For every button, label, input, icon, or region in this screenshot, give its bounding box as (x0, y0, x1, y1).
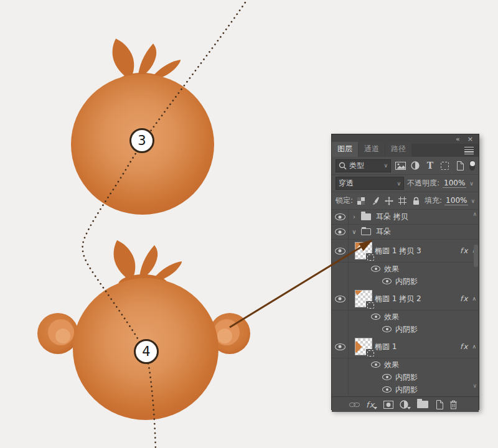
layers-panel: « × 图层 通道 路径 类型 ∨ (331, 134, 479, 410)
lock-all-icon[interactable] (411, 195, 422, 207)
visibility-toggle[interactable] (332, 240, 349, 262)
tab-channels[interactable]: 通道 (359, 142, 385, 157)
eye-icon (335, 296, 345, 302)
layer-label: 椭圆 1 拷贝 2 (375, 294, 421, 304)
effects-row[interactable]: 效果 (332, 358, 479, 371)
panel-bottom-bar: fx (332, 396, 479, 412)
effects-row[interactable]: 效果 (332, 310, 479, 323)
link-layers-icon[interactable] (349, 399, 360, 410)
layer-thumbnail[interactable] (355, 242, 372, 259)
layer-row-ellipse-copy2[interactable]: 椭圆 1 拷贝 2 fx ∧ (332, 287, 479, 310)
close-panel-icon[interactable]: × (467, 136, 473, 142)
chevron-down-icon[interactable]: ∨ (350, 228, 359, 235)
layer-thumbnail[interactable] (355, 290, 372, 307)
filter-type-dropdown[interactable]: 类型 ∨ (336, 159, 391, 172)
effects-row[interactable]: 效果 (332, 263, 479, 275)
effects-label: 效果 (384, 264, 399, 274)
eye-icon[interactable] (382, 326, 392, 332)
scroll-up-icon[interactable]: ∧ (472, 212, 477, 217)
panel-menu-icon[interactable] (464, 147, 474, 154)
lock-transparency-icon[interactable] (355, 195, 367, 207)
collapse-panel-icon[interactable]: « (456, 136, 460, 142)
eye-icon[interactable] (371, 362, 380, 368)
eye-icon[interactable] (382, 374, 392, 380)
effect-label: 内阴影 (395, 385, 418, 395)
filter-smart-object-icon[interactable] (454, 160, 466, 172)
lock-label: 锁定: (336, 195, 353, 206)
eye-icon[interactable] (382, 278, 392, 284)
adjustment-layer-icon[interactable] (400, 399, 411, 410)
visibility-toggle[interactable] (332, 225, 349, 239)
effect-label: 内阴影 (395, 276, 418, 287)
inner-shadow-row[interactable]: 内阴影 (332, 323, 479, 335)
layer-thumbnail[interactable] (355, 338, 372, 355)
effect-label: 内阴影 (395, 324, 418, 335)
eye-icon (335, 228, 345, 235)
fx-badge[interactable]: fx (460, 294, 468, 303)
filter-row: 类型 ∨ T (332, 157, 479, 175)
layer-group-row-ears[interactable]: ∨ 耳朵 (332, 225, 479, 240)
lock-artboard-icon[interactable] (397, 195, 408, 207)
chevron-down-icon: ∨ (384, 162, 388, 169)
chevron-right-icon[interactable]: › (350, 213, 359, 220)
tab-paths[interactable]: 路径 (385, 142, 411, 157)
fx-badge[interactable]: fx (460, 342, 468, 351)
tab-layers[interactable]: 图层 (332, 142, 358, 157)
inner-shadow-row[interactable]: 内阴影 (332, 371, 479, 383)
blend-mode-dropdown[interactable]: 穿透 ∨ (336, 177, 404, 190)
vector-mask-badge-icon (366, 349, 375, 358)
blend-mode-value: 穿透 (339, 178, 354, 189)
eye-icon[interactable] (371, 314, 380, 320)
panel-tabbar: 图层 通道 路径 (332, 144, 479, 157)
inner-shadow-row[interactable]: 内阴影 (332, 383, 479, 396)
chevron-down-icon[interactable]: ∨ (471, 198, 475, 204)
visibility-toggle[interactable] (332, 287, 349, 310)
lock-pixels-brush-icon[interactable] (369, 195, 380, 207)
layer-group-label: 耳朵 拷贝 (376, 212, 408, 222)
fill-value[interactable]: 100% (444, 196, 468, 205)
layers-list: › 耳朵 拷贝 ∨ 耳朵 椭圆 1 拷贝 3 fx ∧ (332, 210, 479, 396)
layer-label: 椭圆 1 (375, 342, 397, 352)
eye-icon[interactable] (371, 266, 380, 272)
chevron-down-icon[interactable]: ∨ (469, 180, 474, 187)
chevron-down-icon: ∨ (397, 180, 401, 187)
visibility-toggle[interactable] (332, 210, 349, 224)
layer-style-fx-icon[interactable]: fx (366, 399, 377, 410)
blend-row: 穿透 ∨ 不透明度: 100% ∨ (332, 175, 479, 192)
photoshop-canvas-screenshot: 3 4 « × 图层 通道 路径 类型 ∨ (0, 0, 498, 448)
delete-layer-trash-icon[interactable] (449, 399, 458, 410)
folder-open-icon (361, 228, 371, 235)
layer-group-row-ears-copy[interactable]: › 耳朵 拷贝 (332, 210, 479, 225)
lock-row: 锁定: 填充: 100% ∨ (332, 192, 479, 210)
new-layer-icon[interactable] (435, 399, 443, 410)
fx-badge[interactable]: fx (460, 246, 468, 255)
monkey-head-top (71, 39, 214, 215)
eye-icon (335, 213, 345, 220)
new-group-folder-icon[interactable] (417, 399, 428, 410)
lock-position-move-icon[interactable] (383, 195, 394, 207)
effects-label: 效果 (384, 360, 399, 370)
inner-shadow-row[interactable]: 内阴影 (332, 275, 479, 287)
effects-label: 效果 (384, 312, 399, 322)
collapse-effects-icon[interactable]: ∧ (472, 296, 476, 302)
visibility-toggle[interactable] (332, 335, 349, 358)
filter-pixel-layers-icon[interactable] (395, 160, 406, 172)
step-marker-3-number: 3 (138, 133, 146, 148)
filter-adjustment-layers-icon[interactable] (410, 160, 421, 172)
collapse-effects-icon[interactable]: ∧ (472, 343, 476, 350)
scroll-down-icon[interactable]: ∨ (472, 383, 477, 389)
layer-row-ellipse1[interactable]: 椭圆 1 fx ∧ (332, 335, 479, 358)
scrollbar-thumb[interactable] (474, 245, 478, 267)
vector-mask-badge-icon (366, 301, 375, 310)
opacity-value[interactable]: 100% (443, 179, 466, 188)
filter-type-layers-icon[interactable]: T (425, 160, 436, 172)
eye-icon[interactable] (382, 386, 392, 393)
add-layer-mask-icon[interactable] (383, 399, 393, 410)
filter-shape-layers-icon[interactable] (439, 160, 451, 172)
monkey-ear-left (37, 313, 78, 354)
opacity-label: 不透明度: (407, 178, 439, 189)
filter-on-off-toggle[interactable] (469, 161, 475, 170)
layer-row-ellipse-copy3[interactable]: 椭圆 1 拷贝 3 fx ∧ (332, 240, 479, 263)
filter-type-label: 类型 (349, 161, 364, 171)
eye-icon (335, 343, 345, 350)
